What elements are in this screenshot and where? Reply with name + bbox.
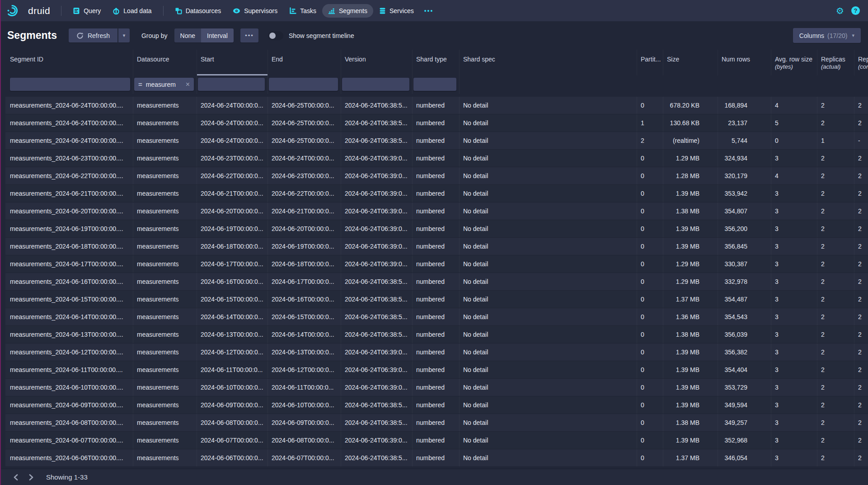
cell-partition: 0: [637, 414, 663, 431]
table-row[interactable]: measurements_2024-06-24T00:00:00.... mea…: [5, 132, 868, 150]
segment-id-filter-input[interactable]: [10, 78, 130, 91]
table-row[interactable]: measurements_2024-06-08T00:00:00.... mea…: [5, 414, 868, 432]
cell-avg-row-size: 3: [771, 449, 817, 466]
column-header-datasource[interactable]: Datasource: [133, 50, 197, 75]
cell-partition: 0: [637, 326, 663, 343]
nav-item-services[interactable]: Services: [373, 4, 420, 18]
cell-replicas: 2: [817, 238, 854, 255]
previous-page-button[interactable]: [10, 471, 22, 483]
start-filter-input[interactable]: [198, 78, 265, 91]
cell-replication-factor: 2: [854, 361, 868, 378]
close-icon[interactable]: ×: [186, 81, 190, 88]
column-header-end[interactable]: End: [268, 50, 341, 75]
table-row[interactable]: measurements_2024-06-16T00:00:00.... mea…: [5, 273, 868, 291]
table-row[interactable]: measurements_2024-06-22T00:00:00.... mea…: [5, 167, 868, 185]
table-row[interactable]: measurements_2024-06-20T00:00:00.... mea…: [5, 202, 868, 220]
cell-replication-factor: 2: [854, 379, 868, 396]
table-row[interactable]: measurements_2024-06-23T00:00:00.... mea…: [5, 150, 868, 167]
cell-end: 2024-06-22T00:00:0...: [268, 185, 341, 202]
cell-partition: 0: [637, 238, 663, 255]
top-navbar: druid Query Load data Datasources Superv…: [0, 0, 868, 21]
column-header-version[interactable]: Version: [341, 50, 413, 75]
cell-datasource: measurements: [133, 114, 197, 132]
nav-item-supervisors[interactable]: Supervisors: [227, 4, 283, 18]
table-header-row: Segment ID Datasource Start End Version …: [5, 50, 868, 75]
toolbar-more-button[interactable]: •••: [240, 28, 258, 42]
cell-replicas: 2: [817, 150, 854, 167]
next-page-button[interactable]: [25, 471, 37, 483]
help-icon[interactable]: ?: [851, 6, 860, 15]
column-header-start[interactable]: Start: [197, 50, 268, 75]
table-row[interactable]: measurements_2024-06-18T00:00:00.... mea…: [5, 238, 868, 255]
segment-timeline-toggle[interactable]: [268, 31, 283, 40]
settings-gear-icon[interactable]: ⚙: [836, 6, 844, 15]
table-row[interactable]: measurements_2024-06-15T00:00:00.... mea…: [5, 291, 868, 308]
column-header-partition[interactable]: Partit...: [637, 50, 663, 75]
cell-replication-factor: -: [854, 132, 868, 149]
cell-datasource: measurements: [133, 132, 197, 149]
cell-size: 678.20 KB: [663, 97, 718, 114]
cell-num-rows: 346,054: [718, 449, 771, 466]
table-row[interactable]: measurements_2024-06-12T00:00:00.... mea…: [5, 344, 868, 361]
cell-partition: 0: [637, 308, 663, 325]
nav-item-load-data[interactable]: Load data: [107, 4, 157, 18]
cell-shard-spec: No detail: [460, 167, 637, 184]
end-filter-input[interactable]: [269, 78, 338, 91]
refresh-dropdown-button[interactable]: ▾: [118, 28, 130, 42]
cell-version: 2024-06-24T06:38:5...: [341, 291, 413, 308]
table-row[interactable]: measurements_2024-06-09T00:00:00.... mea…: [5, 396, 868, 414]
column-header-segment-id[interactable]: Segment ID: [5, 50, 133, 75]
cell-segment-id: measurements_2024-06-09T00:00:00....: [5, 396, 133, 414]
nav-item-datasources[interactable]: Datasources: [169, 4, 227, 18]
nav-divider: [163, 6, 164, 16]
nav-item-tasks[interactable]: Tasks: [283, 4, 322, 18]
column-header-size[interactable]: Size: [663, 50, 718, 75]
table-row[interactable]: measurements_2024-06-13T00:00:00.... mea…: [5, 326, 868, 344]
table-row[interactable]: measurements_2024-06-19T00:00:00.... mea…: [5, 220, 868, 238]
cell-replicas: 2: [817, 449, 854, 466]
table-row[interactable]: measurements_2024-06-24T00:00:00.... mea…: [5, 114, 868, 132]
column-header-shard-spec[interactable]: Shard spec: [460, 50, 637, 75]
refresh-button[interactable]: Refresh: [69, 28, 117, 42]
cell-shard-type: numbered: [413, 97, 460, 114]
column-header-replication-factor[interactable]: Replication factor(configured): [854, 50, 868, 75]
column-header-avg-row-size[interactable]: Avg. row size(bytes): [771, 50, 817, 75]
cell-segment-id: measurements_2024-06-22T00:00:00....: [5, 167, 133, 184]
table-row[interactable]: measurements_2024-06-17T00:00:00.... mea…: [5, 255, 868, 273]
version-filter-input[interactable]: [342, 78, 409, 91]
column-header-replicas[interactable]: Replicas(actual): [817, 50, 854, 75]
group-by-interval-button[interactable]: Interval: [201, 28, 234, 42]
cell-datasource: measurements: [133, 344, 197, 361]
column-header-shard-type[interactable]: Shard type: [413, 50, 460, 75]
cell-end: 2024-06-20T00:00:0...: [268, 220, 341, 237]
druid-logo[interactable]: druid: [7, 4, 50, 17]
cell-shard-spec: No detail: [460, 220, 637, 237]
group-by-none-button[interactable]: None: [174, 28, 201, 42]
nav-more-button[interactable]: •••: [420, 4, 438, 18]
table-row[interactable]: measurements_2024-06-07T00:00:00.... mea…: [5, 432, 868, 449]
datasource-filter-chip[interactable]: = measurem ×: [134, 78, 194, 91]
table-row[interactable]: measurements_2024-06-10T00:00:00.... mea…: [5, 379, 868, 396]
cell-replicas: 2: [817, 344, 854, 361]
shard-type-filter-input[interactable]: [413, 78, 456, 91]
table-row[interactable]: measurements_2024-06-21T00:00:00.... mea…: [5, 185, 868, 202]
cell-size: 1.39 MB: [663, 396, 718, 414]
cell-partition: 0: [637, 432, 663, 449]
cell-avg-row-size: 3: [771, 238, 817, 255]
table-row[interactable]: measurements_2024-06-11T00:00:00.... mea…: [5, 361, 868, 379]
cell-shard-type: numbered: [413, 326, 460, 343]
nav-item-segments[interactable]: Segments: [322, 4, 373, 18]
columns-button[interactable]: Columns (17/20) ▾: [793, 28, 861, 43]
services-icon: [379, 7, 386, 14]
cell-end: 2024-06-07T00:00:0...: [268, 449, 341, 466]
cell-version: 2024-06-24T06:39:0...: [341, 361, 413, 378]
cell-end: 2024-06-19T00:00:0...: [268, 238, 341, 255]
table-row[interactable]: measurements_2024-06-06T00:00:00.... mea…: [5, 449, 868, 467]
column-header-num-rows[interactable]: Num rows: [718, 50, 771, 75]
nav-item-query[interactable]: Query: [67, 4, 107, 18]
cell-avg-row-size: 3: [771, 344, 817, 361]
supervisors-icon: [233, 7, 240, 14]
table-row[interactable]: measurements_2024-06-24T00:00:00.... mea…: [5, 97, 868, 114]
cell-partition: 0: [637, 97, 663, 114]
table-row[interactable]: measurements_2024-06-14T00:00:00.... mea…: [5, 308, 868, 326]
